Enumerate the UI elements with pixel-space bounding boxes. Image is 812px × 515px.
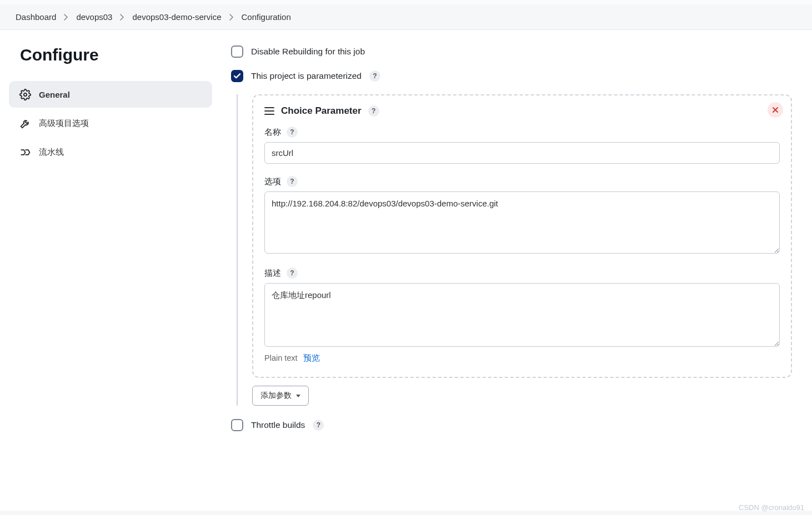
choice-parameter-box: Choice Parameter ? 名称 ? 选项 xyxy=(252,94,792,378)
sidebar-item-label: 流水线 xyxy=(39,147,64,158)
help-icon[interactable]: ? xyxy=(287,267,298,279)
description-mode-label: Plain text xyxy=(264,354,298,362)
pipeline-icon xyxy=(19,146,31,158)
checkbox-disable-rebuild[interactable] xyxy=(231,46,243,58)
choices-textarea[interactable] xyxy=(264,191,780,254)
field-name: 名称 ? xyxy=(264,127,780,164)
sidebar-item-label: 高级项目选项 xyxy=(39,118,89,129)
chevron-down-icon xyxy=(296,395,300,397)
sidebar: Configure General 高级项目选项 流水线 xyxy=(0,30,221,511)
field-label: 选项 xyxy=(264,176,281,187)
content: Disable Rebuilding for this job This pro… xyxy=(221,30,812,511)
breadcrumb-item-dashboard[interactable]: Dashboard xyxy=(16,12,56,22)
chevron-right-icon xyxy=(229,14,234,21)
drag-handle-icon[interactable] xyxy=(264,107,274,115)
page-title: Configure xyxy=(20,46,212,64)
add-parameter-button[interactable]: 添加参数 xyxy=(252,386,309,406)
help-icon[interactable]: ? xyxy=(368,105,379,117)
help-icon[interactable]: ? xyxy=(287,176,298,187)
checkbox-label: Throttle builds xyxy=(251,420,305,430)
help-icon[interactable]: ? xyxy=(287,127,298,138)
field-choices: 选项 ? xyxy=(264,176,780,255)
field-label: 描述 xyxy=(264,268,281,279)
parameter-title: Choice Parameter xyxy=(281,105,362,117)
option-throttle: Throttle builds ? xyxy=(231,419,792,431)
checkbox-label: Disable Rebuilding for this job xyxy=(251,47,365,57)
field-description: 描述 ? Plain text 预览 xyxy=(264,267,780,363)
gear-icon xyxy=(19,88,31,100)
sidebar-item-label: General xyxy=(39,90,70,99)
chevron-right-icon xyxy=(64,14,68,21)
breadcrumb-item-service[interactable]: devops03-demo-service xyxy=(132,12,221,22)
option-disable-rebuild: Disable Rebuilding for this job xyxy=(231,46,792,58)
description-textarea[interactable] xyxy=(264,283,780,347)
chevron-right-icon xyxy=(120,14,124,21)
breadcrumb-item-configuration[interactable]: Configuration xyxy=(242,12,291,22)
breadcrumb: Dashboard devops03 devops03-demo-service… xyxy=(0,4,812,30)
add-parameter-label: 添加参数 xyxy=(260,391,292,401)
help-icon[interactable]: ? xyxy=(369,70,380,82)
checkbox-parameterized[interactable] xyxy=(231,70,243,82)
checkbox-throttle[interactable] xyxy=(231,419,243,431)
sidebar-item-general[interactable]: General xyxy=(9,81,212,108)
breadcrumb-item-project[interactable]: devops03 xyxy=(76,12,112,22)
preview-link[interactable]: 预览 xyxy=(303,353,320,363)
delete-parameter-button[interactable] xyxy=(768,102,783,118)
help-icon[interactable]: ? xyxy=(313,420,324,431)
option-parameterized: This project is parameterized ? xyxy=(231,70,792,82)
sidebar-item-advanced[interactable]: 高级项目选项 xyxy=(9,110,212,137)
parameters-section: Choice Parameter ? 名称 ? 选项 xyxy=(237,94,792,406)
sidebar-item-pipeline[interactable]: 流水线 xyxy=(9,139,212,165)
checkbox-label: This project is parameterized xyxy=(251,71,362,81)
svg-point-0 xyxy=(23,93,26,95)
name-input[interactable] xyxy=(264,142,780,164)
field-label: 名称 xyxy=(264,127,281,138)
wrench-icon xyxy=(19,117,31,129)
